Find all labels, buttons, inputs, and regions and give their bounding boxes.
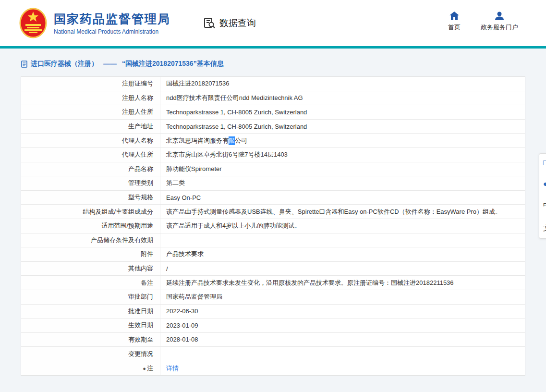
row-label: 注册人住所 [21,105,160,119]
row-value [160,233,525,247]
row-label: 产品储存条件及有效期 [21,233,160,247]
table-row: 注册证编号国械注进20182071536 [21,77,525,91]
table-row: 备注延续注册产品技术要求未发生变化，沿用原核发的产品技术要求。原注册证编号：国械… [21,276,525,290]
row-label: 变更情况 [21,347,160,361]
row-value: 2028-01-08 [160,333,525,347]
row-label: 附件 [21,247,160,261]
table-row: 管理类别第二类 [21,176,525,191]
data-query-icon [203,17,216,29]
data-query-label: 数据查询 [219,17,256,29]
row-label: 适用范围/预期用途 [21,219,160,233]
row-value: 2022-06-30 [160,305,525,318]
row-value: 国家药品监督管理局 [160,290,525,304]
table-row: 注册人住所Technoparkstrasse 1, CH-8005 Zurich… [21,105,525,120]
table-row: 批准日期2022-06-30 [21,305,525,319]
national-emblem-logo [19,8,47,38]
table-row: 结构及组成/主要组成成分该产品由手持式测量传感器及USB连线、鼻夹、Spiret… [21,205,525,219]
row-value: 2023-01-09 [160,318,525,332]
table-row: 附件产品技术要求 [21,247,525,262]
nav-gov-portal[interactable]: 政务服务门户 [481,12,518,32]
row-label: 代理人住所 [21,148,160,162]
sidebar-item-2[interactable]: 中 [541,201,546,211]
sidebar-item-1[interactable]: ● [541,180,546,188]
row-value: 肺功能仪Spirometer [160,162,525,176]
row-label: 结构及组成/主要组成成分 [21,205,160,219]
site-title-en: National Medical Products Administration [54,28,170,35]
table-row: 注册人名称ndd医疗技术有限责任公司ndd Medizintechnik AG [21,91,525,106]
row-value: / [160,262,525,276]
row-value: Technoparkstrasse 1, CH-8005 Zurich, Swi… [160,120,525,134]
breadcrumb-separator: —— [103,60,117,68]
row-label: 批准日期 [21,305,160,318]
row-label: 审批部门 [21,290,160,304]
nav-home[interactable]: 首页 [448,12,461,32]
row-value: Technoparkstrasse 1, CH-8005 Zurich, Swi… [160,105,525,119]
breadcrumb-current: “国械注进20182071536”基本信息 [122,60,224,68]
row-label: 其他内容 [21,262,160,276]
row-label: 型号规格 [21,191,160,205]
value-text: 公司 [235,136,247,145]
row-value: 北京市房山区卓秀北街6号院7号楼14层1403 [160,148,525,162]
main-content: 进口医疗器械（注册） —— “国械注进20182071536”基本信息 注册证编… [0,49,546,392]
breadcrumb-section[interactable]: 进口医疗器械（注册） [31,60,98,68]
table-row: 有效期至2028-01-08 [21,333,525,347]
row-label: 备注 [21,276,160,290]
row-label: 生效日期 [21,318,160,332]
row-value: 详情 [160,361,525,376]
floating-sidebar: □ ● 中 文 [539,153,546,239]
table-row: ●注详情 [21,361,525,376]
row-value: 延续注册产品技术要求未发生变化，沿用原核发的产品技术要求。原注册证编号：国械注进… [160,276,525,290]
table-row: 代理人住所北京市房山区卓秀北街6号院7号楼14层1403 [21,148,525,162]
table-row: 产品储存条件及有效期 [21,233,525,248]
nav-data-query[interactable]: 数据查询 [203,17,256,29]
row-label: 管理类别 [21,176,160,190]
row-value: 该产品由手持式测量传感器及USB连线、鼻夹、Spirette口含器和Easy o… [160,205,525,219]
table-row: 适用范围/预期用途该产品适用于成人和4岁以上小儿的肺功能测试。 [21,219,525,233]
row-label: 注册证编号 [21,77,160,91]
row-label: 有效期至 [21,333,160,347]
row-value: Easy On-PC [160,191,525,205]
detail-link[interactable]: 详情 [166,364,179,373]
sidebar-item-3[interactable]: 文 [541,223,546,233]
table-row: 产品名称肺功能仪Spirometer [21,162,525,177]
table-row: 其他内容/ [21,262,525,276]
header-right-nav: 首页 政务服务门户 [448,12,518,32]
row-label: 产品名称 [21,162,160,176]
table-row: 型号规格Easy On-PC [21,191,525,205]
row-label: 代理人名称 [21,134,160,147]
site-header: 国家药品监督管理局 National Medical Products Admi… [0,0,546,46]
row-label: 注册人名称 [21,91,160,105]
site-title-block: 国家药品监督管理局 National Medical Products Admi… [54,11,170,35]
info-table: 注册证编号国械注进20182071536注册人名称ndd医疗技术有限责任公司nd… [21,76,525,376]
table-row: 变更情况 [21,347,525,361]
row-value: 国械注进20182071536 [160,77,525,91]
row-value: 该产品适用于成人和4岁以上小儿的肺功能测试。 [160,219,525,233]
row-value: ndd医疗技术有限责任公司ndd Medizintechnik AG [160,91,525,105]
note-bullet-icon: ● [143,366,146,371]
row-value: 北京凯思玛咨询服务有限公司 [160,134,525,147]
value-text: 北京凯思玛咨询服务有 [166,136,229,145]
person-icon [495,12,504,20]
table-row: 生产地址Technoparkstrasse 1, CH-8005 Zurich,… [21,120,525,134]
nav-home-label: 首页 [448,23,461,32]
sidebar-item-0[interactable]: □ [541,159,546,167]
home-icon [449,12,459,20]
emblem-icon [19,8,47,38]
row-label: ●注 [21,361,160,376]
table-row: 生效日期2023-01-09 [21,318,525,333]
selected-text: 限 [229,136,235,145]
row-label: 生产地址 [21,120,160,134]
row-value: 第二类 [160,176,525,190]
table-row: 代理人名称北京凯思玛咨询服务有限公司 [21,134,525,148]
row-value [160,347,525,361]
table-row: 审批部门国家药品监督管理局 [21,290,525,305]
row-value: 产品技术要求 [160,247,525,261]
nav-gov-portal-label: 政务服务门户 [481,23,518,32]
breadcrumb: 进口医疗器械（注册） —— “国械注进20182071536”基本信息 [21,58,546,70]
site-title-cn: 国家药品监督管理局 [54,11,170,27]
document-icon [21,61,27,68]
